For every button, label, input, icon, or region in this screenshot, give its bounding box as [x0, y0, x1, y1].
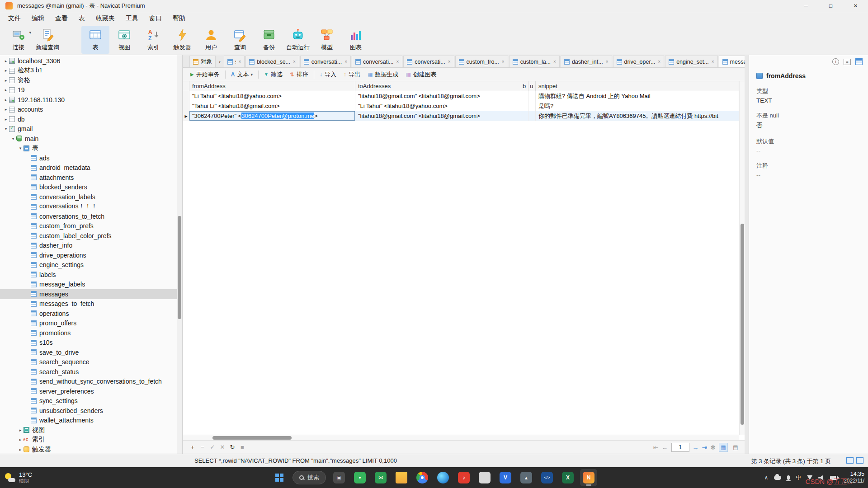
- close-tab-icon[interactable]: ×: [658, 59, 660, 64]
- statusbar-form-icon[interactable]: [856, 457, 863, 464]
- taskbar-app-excel[interactable]: X: [559, 469, 576, 486]
- expand-arrow-icon[interactable]: ▸: [3, 78, 9, 83]
- tree-item[interactable]: ▸ 资格: [0, 75, 177, 85]
- column-header-toAddresses[interactable]: toAddresses: [355, 81, 521, 91]
- column-header-fromAddress[interactable]: fromAddress: [189, 81, 355, 91]
- close-tab-icon[interactable]: ×: [344, 59, 347, 64]
- menu-item[interactable]: 窗口: [144, 12, 167, 24]
- taskbar-app-v[interactable]: V: [497, 469, 514, 486]
- menu-item[interactable]: 文件: [3, 12, 26, 24]
- expand-arrow-icon[interactable]: ▸: [17, 428, 24, 432]
- taskbar-app-notes[interactable]: [476, 469, 493, 486]
- tray-chevron-up-icon[interactable]: ∧: [764, 474, 768, 481]
- statusbar-grid-icon[interactable]: [846, 457, 854, 464]
- tree-item[interactable]: message_labels: [0, 280, 177, 290]
- tree-item[interactable]: ▸ 检材3 b1: [0, 66, 177, 76]
- menu-item[interactable]: 帮助: [167, 12, 191, 24]
- grid-view-toggle[interactable]: ▦: [719, 443, 728, 452]
- microphone-icon[interactable]: [787, 475, 790, 480]
- tab-blocked-senders[interactable]: blocked_se... ×: [245, 56, 299, 67]
- tab-conversations-to-fetch[interactable]: conversati... ×: [403, 56, 454, 67]
- menu-item[interactable]: 查看: [50, 12, 73, 24]
- tree-item[interactable]: ▸ db: [0, 114, 177, 124]
- close-tab-icon[interactable]: ×: [553, 59, 556, 64]
- scrollbar-thumb[interactable]: [212, 436, 292, 440]
- tree-item[interactable]: ▸ 触发器: [0, 445, 177, 454]
- taskbar-app-chat[interactable]: ●: [351, 469, 368, 486]
- refresh-button[interactable]: ↻: [227, 444, 237, 450]
- taskbar-app-files[interactable]: [393, 469, 410, 486]
- column-header-b[interactable]: b: [521, 81, 528, 91]
- page-settings-icon[interactable]: ✱: [710, 444, 716, 451]
- tab-engine-settings[interactable]: engine_set... ×: [665, 56, 717, 67]
- close-tab-icon[interactable]: ×: [239, 59, 241, 64]
- cell-snippet[interactable]: 購物群組? 傳送自 Android 上的 Yahoo Mail: [536, 91, 739, 101]
- trigger-button[interactable]: 触发器: [168, 26, 196, 54]
- expand-arrow-icon[interactable]: ▸: [3, 59, 9, 63]
- tree-item[interactable]: ▾ gmail: [0, 124, 177, 134]
- cell-toAddresses[interactable]: "Li Tahui" <litahui18@yahoo.com>: [355, 101, 521, 111]
- weather-widget[interactable]: 13°C 晴朗: [5, 467, 32, 488]
- filter-button[interactable]: 筛选: [260, 69, 286, 80]
- form-view-toggle[interactable]: ▤: [731, 443, 740, 452]
- model-button[interactable]: 模型: [313, 26, 341, 54]
- close-button[interactable]: ✕: [843, 0, 868, 12]
- cell-b[interactable]: [521, 101, 528, 111]
- tree-item[interactable]: save_to_drive: [0, 347, 177, 357]
- close-tab-icon[interactable]: ×: [502, 59, 505, 64]
- tree-item[interactable]: unsubscribed_senders: [0, 406, 177, 416]
- tree-item[interactable]: conversation_labels: [0, 192, 177, 202]
- taskbar-app-navicat[interactable]: N: [580, 469, 597, 486]
- cell-b[interactable]: [521, 111, 528, 121]
- expand-arrow-icon[interactable]: ▾: [3, 127, 9, 131]
- close-tab-icon[interactable]: ×: [293, 59, 296, 64]
- tree-item[interactable]: custom_label_color_prefs: [0, 231, 177, 241]
- discard-changes-button[interactable]: ✕: [217, 444, 227, 450]
- cell-fromAddress[interactable]: "Li Tahui" <litahui18@yahoo.com>: [189, 91, 355, 101]
- expand-arrow-icon[interactable]: ▾: [10, 136, 16, 141]
- taskbar-app-music[interactable]: ♪: [455, 469, 472, 486]
- tree-item[interactable]: conversations_to_fetch: [0, 211, 177, 221]
- xml-icon[interactable]: ≡: [844, 59, 851, 65]
- tree-item[interactable]: ▸ 19: [0, 85, 177, 95]
- tab-messages[interactable]: messages ... ×: [719, 56, 745, 67]
- stop-button[interactable]: ■: [237, 444, 247, 450]
- tree-item[interactable]: search_status: [0, 367, 177, 377]
- taskbar-app-code[interactable]: </>: [538, 469, 556, 486]
- expand-arrow-icon[interactable]: ▸: [3, 68, 9, 73]
- backup-button[interactable]: 备份: [255, 26, 283, 54]
- onedrive-cloud-icon[interactable]: [774, 476, 781, 480]
- taskbar-app-chrome[interactable]: [414, 469, 431, 486]
- tree-item[interactable]: server_preferences: [0, 386, 177, 396]
- ime-indicator[interactable]: 中: [796, 474, 801, 482]
- info-icon[interactable]: i: [832, 58, 839, 65]
- cell-u[interactable]: [528, 101, 536, 111]
- tab-conversations[interactable]: conversati... ×: [352, 56, 402, 67]
- tab-scroll-left-button[interactable]: ‹: [217, 56, 223, 67]
- tree-item[interactable]: attachments: [0, 173, 177, 183]
- begin-transaction-button[interactable]: 开始事务: [187, 69, 223, 80]
- battery-icon[interactable]: [830, 476, 838, 480]
- menu-item[interactable]: 编辑: [26, 12, 50, 24]
- cell-fromAddress-editing[interactable]: "30624700Peter" <30624700Peter@proton.me…: [189, 111, 355, 121]
- chevron-down-icon[interactable]: ▾: [29, 30, 31, 35]
- cell-toAddresses[interactable]: "litahui18@gmail.com" <litahui18@gmail.c…: [355, 91, 521, 101]
- page-number-input[interactable]: [671, 443, 689, 452]
- column-header-u[interactable]: u: [528, 81, 536, 91]
- cell-fromAddress[interactable]: "Tahui Li" <litahui18@gmail.com>: [189, 101, 355, 111]
- tables-button[interactable]: 表: [81, 26, 109, 54]
- tree-item[interactable]: promotions: [0, 328, 177, 338]
- expand-arrow-icon[interactable]: ▸: [3, 88, 9, 92]
- tree-item[interactable]: send_without_sync_conversations_to_fetch: [0, 377, 177, 387]
- tree-item[interactable]: custom_from_prefs: [0, 221, 177, 231]
- query-button[interactable]: 查询: [226, 26, 254, 54]
- tab-custom-from-prefs[interactable]: custom_fro... ×: [455, 56, 508, 67]
- close-tab-icon[interactable]: ×: [396, 59, 399, 64]
- expand-arrow-icon[interactable]: ▾: [17, 146, 24, 150]
- cell-snippet[interactable]: 是嗎?: [536, 101, 739, 111]
- expand-arrow-icon[interactable]: ▸: [17, 437, 24, 442]
- tab-custom-label-color-prefs[interactable]: custom_la... ×: [509, 56, 560, 67]
- tree-item[interactable]: ▾ main: [0, 134, 177, 144]
- cell-toAddresses[interactable]: "litahui18@gmail.com" <litahui18@gmail.c…: [355, 111, 521, 121]
- import-button[interactable]: 导入: [316, 69, 340, 80]
